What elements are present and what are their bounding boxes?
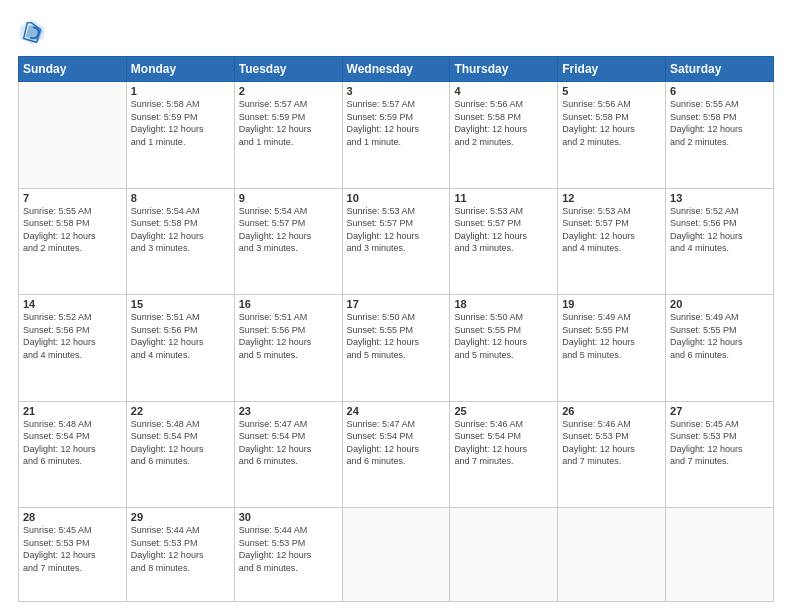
day-number: 18 — [454, 298, 553, 310]
calendar-cell: 26Sunrise: 5:46 AM Sunset: 5:53 PM Dayli… — [558, 401, 666, 508]
cell-info: Sunrise: 5:51 AM Sunset: 5:56 PM Dayligh… — [239, 311, 338, 361]
header — [18, 18, 774, 46]
calendar-cell: 3Sunrise: 5:57 AM Sunset: 5:59 PM Daylig… — [342, 82, 450, 189]
cell-info: Sunrise: 5:44 AM Sunset: 5:53 PM Dayligh… — [239, 524, 338, 574]
calendar-cell: 11Sunrise: 5:53 AM Sunset: 5:57 PM Dayli… — [450, 188, 558, 295]
cell-info: Sunrise: 5:56 AM Sunset: 5:58 PM Dayligh… — [454, 98, 553, 148]
calendar-cell — [558, 508, 666, 602]
cell-info: Sunrise: 5:47 AM Sunset: 5:54 PM Dayligh… — [239, 418, 338, 468]
cell-info: Sunrise: 5:57 AM Sunset: 5:59 PM Dayligh… — [239, 98, 338, 148]
cell-info: Sunrise: 5:46 AM Sunset: 5:53 PM Dayligh… — [562, 418, 661, 468]
calendar-cell: 20Sunrise: 5:49 AM Sunset: 5:55 PM Dayli… — [666, 295, 774, 402]
day-number: 22 — [131, 405, 230, 417]
calendar-cell: 6Sunrise: 5:55 AM Sunset: 5:58 PM Daylig… — [666, 82, 774, 189]
day-number: 7 — [23, 192, 122, 204]
day-number: 20 — [670, 298, 769, 310]
logo-icon — [18, 18, 46, 46]
day-number: 4 — [454, 85, 553, 97]
page: SundayMondayTuesdayWednesdayThursdayFrid… — [0, 0, 792, 612]
calendar-cell: 15Sunrise: 5:51 AM Sunset: 5:56 PM Dayli… — [126, 295, 234, 402]
weekday-header-saturday: Saturday — [666, 57, 774, 82]
cell-info: Sunrise: 5:49 AM Sunset: 5:55 PM Dayligh… — [670, 311, 769, 361]
cell-info: Sunrise: 5:53 AM Sunset: 5:57 PM Dayligh… — [347, 205, 446, 255]
day-number: 25 — [454, 405, 553, 417]
calendar-cell: 7Sunrise: 5:55 AM Sunset: 5:58 PM Daylig… — [19, 188, 127, 295]
day-number: 10 — [347, 192, 446, 204]
cell-info: Sunrise: 5:51 AM Sunset: 5:56 PM Dayligh… — [131, 311, 230, 361]
day-number: 28 — [23, 511, 122, 523]
day-number: 3 — [347, 85, 446, 97]
day-number: 11 — [454, 192, 553, 204]
cell-info: Sunrise: 5:52 AM Sunset: 5:56 PM Dayligh… — [670, 205, 769, 255]
logo — [18, 18, 50, 46]
calendar-cell: 5Sunrise: 5:56 AM Sunset: 5:58 PM Daylig… — [558, 82, 666, 189]
weekday-header-sunday: Sunday — [19, 57, 127, 82]
day-number: 30 — [239, 511, 338, 523]
calendar-cell: 24Sunrise: 5:47 AM Sunset: 5:54 PM Dayli… — [342, 401, 450, 508]
calendar-cell: 22Sunrise: 5:48 AM Sunset: 5:54 PM Dayli… — [126, 401, 234, 508]
cell-info: Sunrise: 5:53 AM Sunset: 5:57 PM Dayligh… — [562, 205, 661, 255]
weekday-header-thursday: Thursday — [450, 57, 558, 82]
day-number: 15 — [131, 298, 230, 310]
cell-info: Sunrise: 5:45 AM Sunset: 5:53 PM Dayligh… — [23, 524, 122, 574]
cell-info: Sunrise: 5:49 AM Sunset: 5:55 PM Dayligh… — [562, 311, 661, 361]
calendar-cell: 10Sunrise: 5:53 AM Sunset: 5:57 PM Dayli… — [342, 188, 450, 295]
cell-info: Sunrise: 5:52 AM Sunset: 5:56 PM Dayligh… — [23, 311, 122, 361]
cell-info: Sunrise: 5:54 AM Sunset: 5:57 PM Dayligh… — [239, 205, 338, 255]
cell-info: Sunrise: 5:48 AM Sunset: 5:54 PM Dayligh… — [23, 418, 122, 468]
cell-info: Sunrise: 5:56 AM Sunset: 5:58 PM Dayligh… — [562, 98, 661, 148]
day-number: 27 — [670, 405, 769, 417]
calendar-cell — [342, 508, 450, 602]
calendar-cell: 17Sunrise: 5:50 AM Sunset: 5:55 PM Dayli… — [342, 295, 450, 402]
calendar-cell: 29Sunrise: 5:44 AM Sunset: 5:53 PM Dayli… — [126, 508, 234, 602]
day-number: 26 — [562, 405, 661, 417]
calendar-cell: 4Sunrise: 5:56 AM Sunset: 5:58 PM Daylig… — [450, 82, 558, 189]
calendar-cell: 1Sunrise: 5:58 AM Sunset: 5:59 PM Daylig… — [126, 82, 234, 189]
weekday-header-friday: Friday — [558, 57, 666, 82]
calendar-cell: 27Sunrise: 5:45 AM Sunset: 5:53 PM Dayli… — [666, 401, 774, 508]
calendar-cell — [19, 82, 127, 189]
calendar-cell: 2Sunrise: 5:57 AM Sunset: 5:59 PM Daylig… — [234, 82, 342, 189]
calendar-week-2: 7Sunrise: 5:55 AM Sunset: 5:58 PM Daylig… — [19, 188, 774, 295]
day-number: 24 — [347, 405, 446, 417]
day-number: 17 — [347, 298, 446, 310]
day-number: 29 — [131, 511, 230, 523]
day-number: 14 — [23, 298, 122, 310]
weekday-header-tuesday: Tuesday — [234, 57, 342, 82]
day-number: 8 — [131, 192, 230, 204]
calendar-week-5: 28Sunrise: 5:45 AM Sunset: 5:53 PM Dayli… — [19, 508, 774, 602]
cell-info: Sunrise: 5:55 AM Sunset: 5:58 PM Dayligh… — [670, 98, 769, 148]
cell-info: Sunrise: 5:53 AM Sunset: 5:57 PM Dayligh… — [454, 205, 553, 255]
calendar-cell: 16Sunrise: 5:51 AM Sunset: 5:56 PM Dayli… — [234, 295, 342, 402]
day-number: 19 — [562, 298, 661, 310]
weekday-header-monday: Monday — [126, 57, 234, 82]
calendar-cell: 19Sunrise: 5:49 AM Sunset: 5:55 PM Dayli… — [558, 295, 666, 402]
weekday-header-wednesday: Wednesday — [342, 57, 450, 82]
calendar-week-1: 1Sunrise: 5:58 AM Sunset: 5:59 PM Daylig… — [19, 82, 774, 189]
calendar-cell: 21Sunrise: 5:48 AM Sunset: 5:54 PM Dayli… — [19, 401, 127, 508]
cell-info: Sunrise: 5:55 AM Sunset: 5:58 PM Dayligh… — [23, 205, 122, 255]
day-number: 5 — [562, 85, 661, 97]
calendar-header-row: SundayMondayTuesdayWednesdayThursdayFrid… — [19, 57, 774, 82]
cell-info: Sunrise: 5:57 AM Sunset: 5:59 PM Dayligh… — [347, 98, 446, 148]
calendar-cell: 28Sunrise: 5:45 AM Sunset: 5:53 PM Dayli… — [19, 508, 127, 602]
calendar-week-4: 21Sunrise: 5:48 AM Sunset: 5:54 PM Dayli… — [19, 401, 774, 508]
cell-info: Sunrise: 5:47 AM Sunset: 5:54 PM Dayligh… — [347, 418, 446, 468]
calendar-cell: 30Sunrise: 5:44 AM Sunset: 5:53 PM Dayli… — [234, 508, 342, 602]
cell-info: Sunrise: 5:58 AM Sunset: 5:59 PM Dayligh… — [131, 98, 230, 148]
cell-info: Sunrise: 5:45 AM Sunset: 5:53 PM Dayligh… — [670, 418, 769, 468]
day-number: 16 — [239, 298, 338, 310]
calendar-cell — [666, 508, 774, 602]
day-number: 23 — [239, 405, 338, 417]
day-number: 12 — [562, 192, 661, 204]
day-number: 9 — [239, 192, 338, 204]
day-number: 2 — [239, 85, 338, 97]
calendar-cell: 25Sunrise: 5:46 AM Sunset: 5:54 PM Dayli… — [450, 401, 558, 508]
cell-info: Sunrise: 5:54 AM Sunset: 5:58 PM Dayligh… — [131, 205, 230, 255]
cell-info: Sunrise: 5:46 AM Sunset: 5:54 PM Dayligh… — [454, 418, 553, 468]
calendar-cell: 13Sunrise: 5:52 AM Sunset: 5:56 PM Dayli… — [666, 188, 774, 295]
day-number: 13 — [670, 192, 769, 204]
calendar-cell: 14Sunrise: 5:52 AM Sunset: 5:56 PM Dayli… — [19, 295, 127, 402]
day-number: 1 — [131, 85, 230, 97]
cell-info: Sunrise: 5:48 AM Sunset: 5:54 PM Dayligh… — [131, 418, 230, 468]
